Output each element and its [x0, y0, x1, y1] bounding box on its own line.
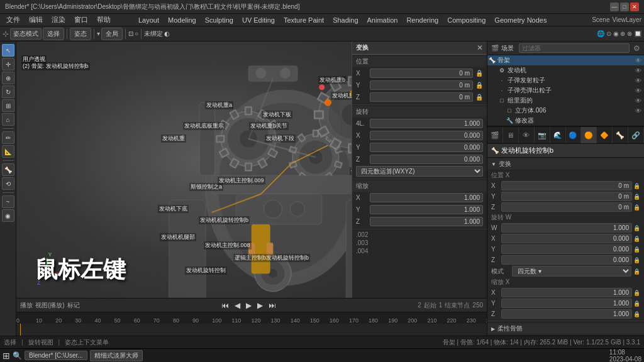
workspace-rendering[interactable]: Rendering: [402, 15, 442, 25]
prop-tab-output[interactable]: 🖥: [503, 127, 519, 143]
global-btn[interactable]: 全局: [101, 28, 123, 40]
viewport[interactable]: X Y Z 用户透视 (2) 骨架: 发动机旋转控制b 发动机重b 发动机旋转控…: [16, 41, 487, 336]
transform-section-header[interactable]: ▼ 变换: [487, 158, 644, 170]
move-tool[interactable]: ⊕: [2, 72, 14, 84]
prop-tab-bone[interactable]: 🦴: [613, 127, 628, 143]
snap-btn[interactable]: ⊡: [128, 30, 133, 37]
relations-header[interactable]: ▶ 关系: [487, 335, 644, 336]
workspace-shading[interactable]: Shading: [329, 15, 362, 25]
outliner-item-modifier[interactable]: 🔧 修改器: [487, 116, 644, 126]
proportional-btn[interactable]: ○: [135, 30, 138, 37]
rot-z-value[interactable]: 0.000: [370, 155, 483, 164]
mode-dropdown[interactable]: 四元数 ▾: [512, 266, 631, 277]
workspace-compositing[interactable]: Compositing: [443, 15, 489, 25]
outliner-item-engine[interactable]: ⚙ 发动机 👁: [487, 65, 644, 75]
eye-icon-1[interactable]: 👁: [635, 67, 641, 74]
minimize-button[interactable]: —: [610, 3, 619, 11]
select-tool[interactable]: ↖: [2, 44, 14, 57]
eye-icon-3[interactable]: 👁: [635, 87, 641, 94]
menu-window[interactable]: 窗口: [70, 14, 92, 26]
timeline-viewport-label[interactable]: 视图(播放): [35, 301, 65, 310]
soft-body-header[interactable]: ▶ 柔性骨骼: [487, 322, 644, 335]
eye-icon-4[interactable]: 👁: [635, 97, 641, 104]
outliner-item-group[interactable]: □ 组里面的 👁: [487, 96, 644, 106]
overlay-btn[interactable]: 未绑定: [144, 30, 163, 38]
annotate-tool[interactable]: ✏: [2, 131, 14, 144]
eye-icon-5[interactable]: 👁: [635, 107, 641, 114]
prop-tab-constraint[interactable]: 🔗: [628, 127, 644, 143]
prop-tab-material[interactable]: 🔶: [597, 127, 613, 143]
prop-tab-object[interactable]: 🔵: [566, 127, 582, 143]
pos-z-lock[interactable]: 🔒: [475, 94, 483, 101]
frame-start-value[interactable]: 1: [439, 302, 443, 309]
measure-tool[interactable]: 📐: [2, 145, 14, 158]
n-panel-close[interactable]: ✕: [477, 43, 483, 52]
bone-scale-y-val[interactable]: 1.000: [501, 299, 632, 308]
menu-render[interactable]: 渲染: [48, 14, 69, 26]
workspace-layout[interactable]: Layout: [135, 15, 163, 25]
bone-pos-y-val[interactable]: 0 m: [501, 192, 632, 201]
relax-tool[interactable]: ~: [2, 195, 14, 208]
next-frame-btn[interactable]: ▶: [255, 300, 265, 310]
bone-rot-w-val[interactable]: 1.000: [501, 223, 632, 233]
roll-tool[interactable]: ⟲: [2, 177, 14, 190]
workspace-texture-paint[interactable]: Texture Paint: [280, 15, 328, 25]
play-btn[interactable]: ▶: [244, 300, 253, 310]
bone-rot-z-lock[interactable]: 🔒: [633, 257, 640, 263]
pos-y-value[interactable]: 0 m: [370, 80, 473, 90]
outliner-item-cube[interactable]: □ 立方体.006 👁: [487, 106, 644, 116]
bone-rot-x-val[interactable]: 0.000: [501, 234, 632, 243]
rotation-mode-select[interactable]: 四元数运算(WXYZ): [356, 166, 483, 177]
outliner-search[interactable]: [519, 43, 630, 53]
scale-y-value[interactable]: 1.000: [370, 205, 483, 214]
transform-tool[interactable]: ⌂: [2, 113, 14, 126]
bone-rot-y-val[interactable]: 0.000: [501, 244, 632, 254]
bone-rot-y-lock[interactable]: 🔒: [633, 246, 640, 253]
scale-x-value[interactable]: 1.000: [370, 193, 483, 202]
bone-scale-y-lock[interactable]: 🔒: [633, 300, 640, 307]
timeline-playback-label[interactable]: 播放: [20, 301, 33, 310]
jump-start-btn[interactable]: ⏮: [219, 300, 231, 310]
bone-pos-z-val[interactable]: 0 m: [501, 202, 632, 212]
bone-scale-z-lock[interactable]: 🔒: [633, 311, 640, 317]
workspace-animation[interactable]: Animation: [364, 15, 402, 25]
rotate-tool[interactable]: ↻: [2, 85, 14, 98]
scale-tool[interactable]: ⊞: [2, 99, 14, 112]
start-icon[interactable]: ⊞: [3, 351, 10, 361]
frame-end-value[interactable]: 250: [472, 302, 483, 309]
current-frame-value[interactable]: 2: [418, 302, 421, 309]
outliner-filter-icon[interactable]: ⚙: [633, 44, 640, 53]
pos-z-value[interactable]: 0 m: [370, 92, 473, 102]
pos-x-lock[interactable]: 🔒: [475, 70, 483, 77]
rot-w-value[interactable]: 1.000: [370, 119, 483, 128]
bone-rot-x-lock[interactable]: 🔒: [633, 236, 640, 242]
rot-y-value[interactable]: 0.000: [370, 143, 483, 152]
mode-lock[interactable]: 🔒: [633, 268, 640, 275]
close-button[interactable]: ✕: [630, 3, 639, 11]
timeline-markers-label[interactable]: 标记: [67, 301, 80, 310]
bone-rot-w-lock[interactable]: 🔒: [633, 225, 640, 231]
scale-z-value[interactable]: 1.000: [370, 217, 483, 226]
rot-x-value[interactable]: 0.000: [370, 131, 483, 140]
select-mode-btn[interactable]: 选择: [43, 28, 64, 40]
timeline-ruler[interactable]: 0102030405060708090100110120130140150160…: [16, 312, 487, 324]
bone-rot-z-val[interactable]: 0.000: [501, 255, 632, 265]
workspace-modeling[interactable]: Modeling: [164, 15, 200, 25]
outliner-item-bullet[interactable]: · 子弹发射粒子 👁: [487, 75, 644, 85]
pose-btn[interactable]: 姿态: [70, 28, 91, 40]
workspace-sculpting[interactable]: Sculpting: [201, 15, 237, 25]
blender-taskbar-btn[interactable]: Blender* [C:\User...: [25, 351, 87, 360]
grab-tool[interactable]: ◉: [2, 209, 14, 222]
menu-help[interactable]: 帮助: [93, 14, 114, 26]
outliner-item-armature[interactable]: 🦴 骨架 👁: [487, 55, 644, 65]
prop-tab-scene[interactable]: 📷: [535, 127, 550, 143]
pos-x-value[interactable]: 0 m: [370, 69, 473, 78]
maximize-button[interactable]: □: [620, 3, 629, 11]
prop-tab-world[interactable]: 🌊: [550, 127, 566, 143]
jump-end-btn[interactable]: ⏭: [267, 300, 278, 310]
menu-edit[interactable]: 编辑: [25, 14, 47, 26]
word-taskbar-btn[interactable]: 精细式淡屏大师: [90, 350, 143, 361]
workspace-uv-editing[interactable]: UV Editing: [238, 15, 279, 25]
search-taskbar-icon[interactable]: 🔍: [13, 351, 22, 360]
xray-btn[interactable]: ◐: [164, 30, 170, 37]
